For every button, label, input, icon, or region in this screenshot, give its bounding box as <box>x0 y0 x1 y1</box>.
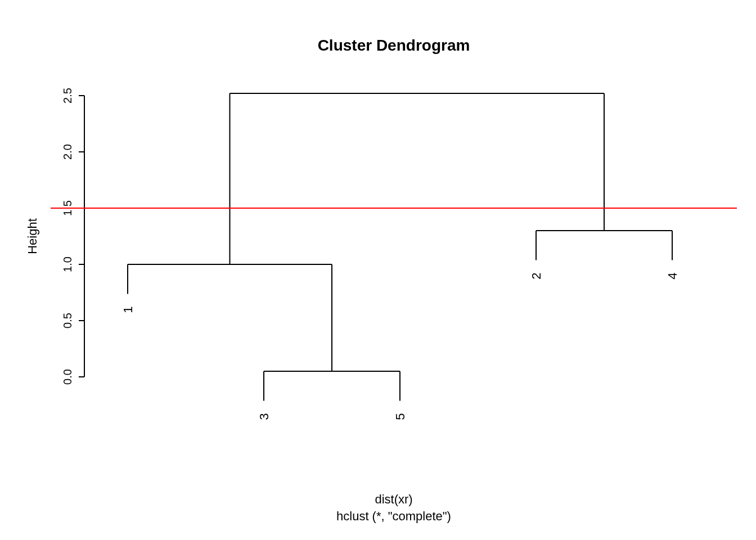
chart-title: Cluster Dendrogram <box>318 37 470 54</box>
y-tick-label: 1.0 <box>61 256 74 272</box>
leaf-label: 5 <box>393 413 407 420</box>
leaf-label: 3 <box>257 413 271 420</box>
y-axis-label: Height <box>25 218 39 254</box>
dendrogram-lines <box>128 93 672 401</box>
x-axis-label: dist(xr) <box>375 492 412 506</box>
y-axis: 0.00.51.01.52.02.5 <box>61 88 84 385</box>
y-tick-label: 0.0 <box>61 369 74 385</box>
y-tick-label: 2.0 <box>61 144 74 160</box>
dendrogram-chart: Cluster Dendrogram 0.00.51.01.52.02.5 He… <box>0 0 756 540</box>
leaf-label: 1 <box>121 307 135 313</box>
y-tick-label: 2.5 <box>61 88 74 104</box>
leaf-label: 2 <box>529 273 543 280</box>
sub-caption: hclust (*, "complete") <box>336 509 451 523</box>
leaf-label: 4 <box>665 273 680 280</box>
y-tick-label: 0.5 <box>61 313 74 328</box>
